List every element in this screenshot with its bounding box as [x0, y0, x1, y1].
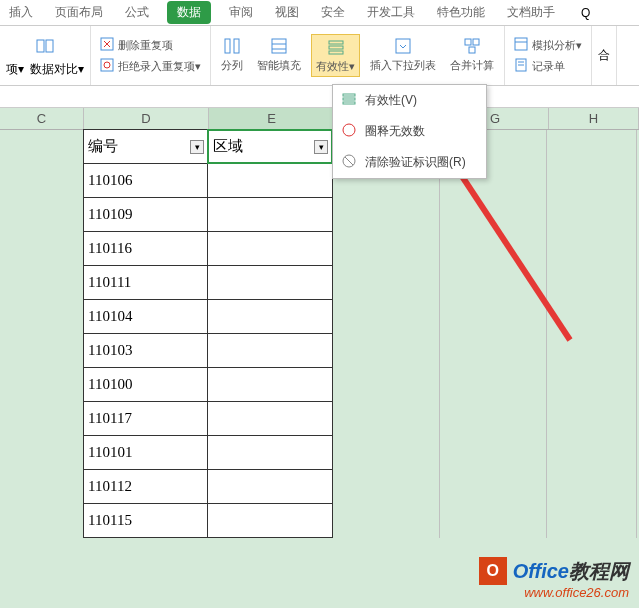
cell[interactable]: [440, 300, 547, 334]
table-cell[interactable]: 110111: [83, 265, 208, 300]
insert-dropdown-button[interactable]: 插入下拉列表: [366, 34, 440, 77]
table-cell[interactable]: 110103: [83, 333, 208, 368]
cell[interactable]: [333, 470, 440, 504]
cell[interactable]: [333, 300, 440, 334]
tab-insert[interactable]: 插入: [5, 1, 37, 24]
table-cell[interactable]: [207, 163, 333, 198]
cell[interactable]: [333, 402, 440, 436]
cell[interactable]: [0, 436, 84, 470]
table-cell[interactable]: [207, 333, 333, 368]
table-cell[interactable]: 110112: [83, 469, 208, 504]
dropdown-misc-label[interactable]: 项▾: [6, 61, 24, 78]
tab-formula[interactable]: 公式: [121, 1, 153, 24]
search-icon[interactable]: Q: [581, 6, 590, 20]
cell[interactable]: [547, 470, 637, 504]
table-cell[interactable]: [207, 231, 333, 266]
split-column-button[interactable]: 分列: [217, 34, 247, 77]
cell[interactable]: [333, 232, 440, 266]
data-compare-label[interactable]: 数据对比▾: [30, 61, 84, 78]
cell[interactable]: [333, 266, 440, 300]
filter-button[interactable]: ▾: [190, 140, 204, 154]
cell[interactable]: [547, 130, 637, 164]
table-cell[interactable]: 110101: [83, 435, 208, 470]
cell[interactable]: [547, 266, 637, 300]
table-cell[interactable]: [207, 503, 333, 538]
table-cell[interactable]: [207, 401, 333, 436]
table-cell[interactable]: [207, 469, 333, 504]
table-cell[interactable]: 110115: [83, 503, 208, 538]
tab-security[interactable]: 安全: [317, 1, 349, 24]
cell[interactable]: [440, 334, 547, 368]
cell[interactable]: [0, 164, 84, 198]
cell[interactable]: [0, 198, 84, 232]
cell[interactable]: [440, 198, 547, 232]
cell[interactable]: [333, 198, 440, 232]
cell[interactable]: [440, 266, 547, 300]
cell[interactable]: [0, 130, 84, 164]
cell[interactable]: [0, 300, 84, 334]
header-cell-d[interactable]: 编号 ▾: [83, 129, 208, 164]
table-cell[interactable]: [207, 197, 333, 232]
table-cell[interactable]: 110106: [83, 163, 208, 198]
col-header-c[interactable]: C: [0, 108, 84, 129]
cell[interactable]: [333, 334, 440, 368]
cell[interactable]: [0, 334, 84, 368]
cell[interactable]: [333, 368, 440, 402]
cell[interactable]: [547, 504, 637, 538]
cell[interactable]: [547, 368, 637, 402]
recorder-button[interactable]: 记录单: [511, 57, 568, 75]
cell[interactable]: [547, 198, 637, 232]
delete-duplicates-button[interactable]: 删除重复项: [97, 36, 176, 54]
cell[interactable]: [440, 470, 547, 504]
table-cell[interactable]: 110116: [83, 231, 208, 266]
tab-data[interactable]: 数据: [167, 1, 211, 24]
cell[interactable]: [547, 232, 637, 266]
col-header-d[interactable]: D: [84, 108, 209, 129]
sim-analysis-button[interactable]: 模拟分析▾: [511, 36, 585, 54]
tab-doc-helper[interactable]: 文档助手: [503, 1, 559, 24]
cell[interactable]: [0, 232, 84, 266]
cell[interactable]: [547, 402, 637, 436]
table-cell[interactable]: [207, 435, 333, 470]
cell[interactable]: [0, 504, 84, 538]
cell[interactable]: [547, 300, 637, 334]
cell[interactable]: [333, 504, 440, 538]
tab-view[interactable]: 视图: [271, 1, 303, 24]
cell[interactable]: [0, 470, 84, 504]
col-header-e[interactable]: E: [209, 108, 335, 129]
validity-button[interactable]: 有效性▾: [311, 34, 360, 77]
table-cell[interactable]: [207, 367, 333, 402]
cell[interactable]: [547, 436, 637, 470]
table-cell[interactable]: [207, 299, 333, 334]
cell[interactable]: [440, 402, 547, 436]
tab-review[interactable]: 审阅: [225, 1, 257, 24]
data-compare-button[interactable]: [31, 34, 59, 58]
tab-features[interactable]: 特色功能: [433, 1, 489, 24]
cell[interactable]: [0, 266, 84, 300]
cell[interactable]: [440, 232, 547, 266]
table-cell[interactable]: 110104: [83, 299, 208, 334]
col-header-h[interactable]: H: [549, 108, 639, 129]
cell[interactable]: [547, 334, 637, 368]
reject-duplicates-button[interactable]: 拒绝录入重复项▾: [97, 57, 204, 75]
table-cell[interactable]: [207, 265, 333, 300]
cell[interactable]: [0, 402, 84, 436]
smart-fill-button[interactable]: 智能填充: [253, 34, 305, 77]
cell[interactable]: [547, 164, 637, 198]
header-cell-e[interactable]: 区域 ▾: [207, 129, 333, 164]
tab-page-layout[interactable]: 页面布局: [51, 1, 107, 24]
cell[interactable]: [440, 504, 547, 538]
merge-calc-button[interactable]: 合并计算: [446, 34, 498, 77]
menu-item-clear-circles[interactable]: 清除验证标识圈(R): [333, 147, 486, 178]
filter-button[interactable]: ▾: [314, 140, 328, 154]
tab-devtools[interactable]: 开发工具: [363, 1, 419, 24]
cell[interactable]: [440, 436, 547, 470]
cell[interactable]: [440, 368, 547, 402]
menu-item-validity[interactable]: 有效性(V): [333, 85, 486, 116]
table-cell[interactable]: 110117: [83, 401, 208, 436]
table-cell[interactable]: 110109: [83, 197, 208, 232]
cell[interactable]: [0, 368, 84, 402]
menu-item-circle-invalid[interactable]: 圈释无效数: [333, 116, 486, 147]
table-cell[interactable]: 110100: [83, 367, 208, 402]
cell[interactable]: [333, 436, 440, 470]
